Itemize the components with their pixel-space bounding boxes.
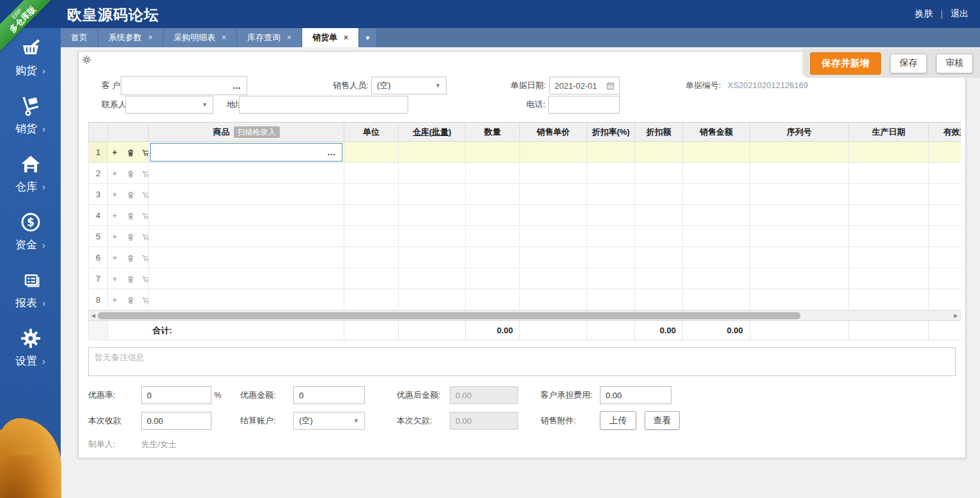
address-input[interactable] — [239, 96, 408, 114]
production-date-cell[interactable] — [849, 289, 929, 310]
product-cell[interactable] — [149, 226, 344, 247]
quantity-cell[interactable] — [466, 142, 520, 163]
cart-row-icon[interactable] — [141, 211, 148, 220]
add-row-icon[interactable]: + — [110, 295, 119, 305]
discount-amount-cell[interactable] — [635, 289, 683, 310]
panel-settings-gear-icon[interactable] — [82, 56, 91, 64]
phone-input[interactable] — [548, 96, 620, 114]
logout-link[interactable]: 退出 — [951, 8, 969, 20]
warehouse-cell[interactable] — [399, 205, 466, 226]
unit-price-cell[interactable] — [520, 247, 587, 268]
add-row-icon[interactable]: + — [110, 232, 119, 241]
expiry-cell[interactable] — [929, 163, 961, 184]
cart-row-icon[interactable] — [141, 190, 148, 199]
delete-row-icon[interactable] — [126, 274, 135, 283]
ellipsis-icon[interactable]: … — [321, 147, 342, 157]
audit-button[interactable]: 审核 — [936, 54, 973, 73]
unit-cell[interactable] — [344, 205, 399, 226]
col-warehouse[interactable]: 仓库(批量) — [399, 123, 466, 142]
sales-amount-cell[interactable] — [683, 226, 750, 247]
discount-amount-input[interactable] — [293, 386, 365, 404]
cart-row-icon[interactable] — [141, 295, 148, 305]
product-cell[interactable]: … — [149, 142, 344, 163]
expiry-cell[interactable] — [929, 247, 961, 268]
horizontal-scrollbar[interactable]: ◀ ▶ — [88, 310, 961, 321]
warehouse-cell[interactable] — [399, 163, 466, 184]
sales-amount-cell[interactable] — [683, 163, 750, 184]
tab-close-icon[interactable]: × — [222, 33, 226, 42]
save-and-new-button[interactable]: 保存并新增 — [810, 52, 881, 75]
delete-row-icon[interactable] — [126, 295, 135, 305]
cart-row-icon[interactable] — [141, 232, 148, 241]
production-date-cell[interactable] — [849, 205, 929, 226]
customer-picker[interactable]: … — [121, 76, 247, 95]
unit-price-cell[interactable] — [520, 205, 587, 226]
unit-cell[interactable] — [344, 184, 399, 205]
warehouse-cell[interactable] — [399, 247, 466, 268]
quantity-cell[interactable] — [466, 289, 520, 310]
sales-amount-cell[interactable] — [683, 142, 750, 163]
unit-price-cell[interactable] — [520, 268, 587, 289]
unit-cell[interactable] — [344, 247, 399, 268]
add-row-icon[interactable]: + — [110, 169, 119, 178]
production-date-cell[interactable] — [849, 163, 929, 184]
serial-no-cell[interactable] — [750, 184, 849, 205]
quantity-cell[interactable] — [466, 268, 520, 289]
tab-close-icon[interactable]: × — [287, 33, 291, 42]
product-cell[interactable] — [149, 247, 344, 268]
serial-no-cell[interactable] — [750, 226, 849, 247]
discount-rate-cell[interactable] — [587, 247, 635, 268]
add-row-icon[interactable]: + — [110, 190, 119, 199]
tab-sales-order[interactable]: 销货单× — [302, 28, 359, 47]
tab-system-params[interactable]: 系统参数× — [98, 28, 164, 47]
sidebar-item-reports[interactable]: 报表› — [0, 260, 61, 319]
quantity-cell[interactable] — [466, 247, 520, 268]
tab-list-dropdown[interactable]: ▼ — [359, 28, 377, 47]
date-input[interactable]: 2021-02-01 — [549, 77, 620, 94]
add-row-icon[interactable]: + — [110, 211, 119, 220]
scrollbar-thumb[interactable] — [98, 312, 800, 319]
product-picker[interactable]: … — [150, 143, 342, 162]
expiry-cell[interactable] — [929, 289, 961, 310]
cart-row-icon[interactable] — [141, 253, 148, 262]
add-row-icon[interactable]: + — [110, 147, 119, 157]
settle-account-select[interactable]: (空)▼ — [293, 412, 365, 430]
unit-price-cell[interactable] — [520, 163, 587, 184]
discount-rate-cell[interactable] — [587, 205, 635, 226]
discount-rate-cell[interactable] — [587, 142, 635, 163]
warehouse-cell[interactable] — [399, 268, 466, 289]
product-cell[interactable] — [149, 184, 344, 205]
cart-row-icon[interactable] — [141, 274, 148, 283]
delete-row-icon[interactable] — [126, 190, 135, 199]
calendar-icon[interactable] — [606, 82, 615, 90]
sales-amount-cell[interactable] — [683, 268, 750, 289]
quantity-cell[interactable] — [466, 163, 520, 184]
unit-cell[interactable] — [344, 142, 399, 163]
tab-close-icon[interactable]: × — [148, 33, 153, 42]
product-cell[interactable] — [149, 268, 344, 289]
customer-input[interactable] — [121, 77, 227, 94]
expiry-cell[interactable] — [929, 268, 961, 289]
discount-amount-cell[interactable] — [635, 205, 683, 226]
delete-row-icon[interactable] — [126, 169, 135, 178]
sales-amount-cell[interactable] — [683, 205, 750, 226]
serial-no-cell[interactable] — [750, 268, 849, 289]
warehouse-cell[interactable] — [399, 226, 466, 247]
discount-rate-cell[interactable] — [587, 184, 635, 205]
warehouse-cell[interactable] — [399, 142, 466, 163]
production-date-cell[interactable] — [849, 268, 929, 289]
unit-cell[interactable] — [344, 268, 399, 289]
discount-rate-cell[interactable] — [587, 289, 635, 310]
expiry-cell[interactable] — [929, 142, 961, 163]
warehouse-cell[interactable] — [399, 184, 466, 205]
scan-gun-badge[interactable]: 扫描枪录入 — [234, 126, 280, 138]
serial-no-cell[interactable] — [750, 289, 849, 310]
add-row-icon[interactable]: + — [110, 274, 119, 283]
discount-amount-cell[interactable] — [635, 163, 683, 184]
discount-rate-input[interactable] — [141, 386, 211, 404]
delete-row-icon[interactable] — [126, 253, 135, 262]
sales-amount-cell[interactable] — [683, 289, 750, 310]
production-date-cell[interactable] — [849, 142, 929, 163]
tab-inventory-query[interactable]: 库存查询× — [237, 28, 302, 47]
quantity-cell[interactable] — [466, 205, 520, 226]
